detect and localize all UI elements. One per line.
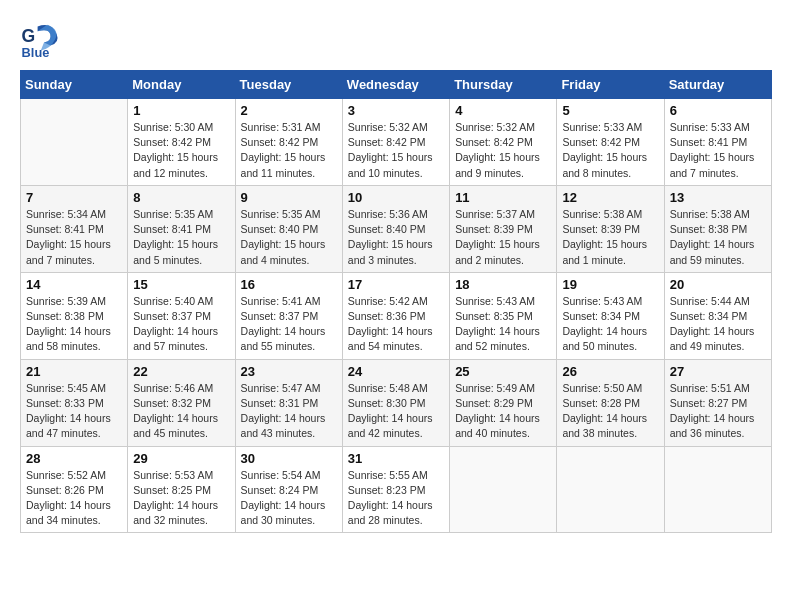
week-row-2: 7Sunrise: 5:34 AM Sunset: 8:41 PM Daylig… bbox=[21, 185, 772, 272]
day-cell: 9Sunrise: 5:35 AM Sunset: 8:40 PM Daylig… bbox=[235, 185, 342, 272]
day-info: Sunrise: 5:30 AM Sunset: 8:42 PM Dayligh… bbox=[133, 120, 229, 181]
day-number: 29 bbox=[133, 451, 229, 466]
day-cell: 1Sunrise: 5:30 AM Sunset: 8:42 PM Daylig… bbox=[128, 99, 235, 186]
day-cell bbox=[557, 446, 664, 533]
day-number: 7 bbox=[26, 190, 122, 205]
day-info: Sunrise: 5:47 AM Sunset: 8:31 PM Dayligh… bbox=[241, 381, 337, 442]
day-number: 11 bbox=[455, 190, 551, 205]
day-info: Sunrise: 5:43 AM Sunset: 8:35 PM Dayligh… bbox=[455, 294, 551, 355]
logo: G Blue bbox=[20, 20, 64, 60]
day-number: 3 bbox=[348, 103, 444, 118]
day-info: Sunrise: 5:32 AM Sunset: 8:42 PM Dayligh… bbox=[348, 120, 444, 181]
header: G Blue bbox=[20, 20, 772, 60]
day-cell: 6Sunrise: 5:33 AM Sunset: 8:41 PM Daylig… bbox=[664, 99, 771, 186]
week-row-1: 1Sunrise: 5:30 AM Sunset: 8:42 PM Daylig… bbox=[21, 99, 772, 186]
day-number: 26 bbox=[562, 364, 658, 379]
day-cell: 18Sunrise: 5:43 AM Sunset: 8:35 PM Dayli… bbox=[450, 272, 557, 359]
weekday-header-thursday: Thursday bbox=[450, 71, 557, 99]
day-cell: 27Sunrise: 5:51 AM Sunset: 8:27 PM Dayli… bbox=[664, 359, 771, 446]
day-cell: 4Sunrise: 5:32 AM Sunset: 8:42 PM Daylig… bbox=[450, 99, 557, 186]
day-info: Sunrise: 5:42 AM Sunset: 8:36 PM Dayligh… bbox=[348, 294, 444, 355]
day-info: Sunrise: 5:40 AM Sunset: 8:37 PM Dayligh… bbox=[133, 294, 229, 355]
weekday-header-row: SundayMondayTuesdayWednesdayThursdayFrid… bbox=[21, 71, 772, 99]
day-info: Sunrise: 5:35 AM Sunset: 8:40 PM Dayligh… bbox=[241, 207, 337, 268]
day-info: Sunrise: 5:41 AM Sunset: 8:37 PM Dayligh… bbox=[241, 294, 337, 355]
svg-text:G: G bbox=[22, 26, 36, 46]
day-info: Sunrise: 5:33 AM Sunset: 8:42 PM Dayligh… bbox=[562, 120, 658, 181]
day-number: 25 bbox=[455, 364, 551, 379]
day-cell: 10Sunrise: 5:36 AM Sunset: 8:40 PM Dayli… bbox=[342, 185, 449, 272]
calendar-table: SundayMondayTuesdayWednesdayThursdayFrid… bbox=[20, 70, 772, 533]
day-cell: 3Sunrise: 5:32 AM Sunset: 8:42 PM Daylig… bbox=[342, 99, 449, 186]
logo-icon: G Blue bbox=[20, 20, 60, 60]
day-cell: 26Sunrise: 5:50 AM Sunset: 8:28 PM Dayli… bbox=[557, 359, 664, 446]
day-cell: 17Sunrise: 5:42 AM Sunset: 8:36 PM Dayli… bbox=[342, 272, 449, 359]
day-cell: 2Sunrise: 5:31 AM Sunset: 8:42 PM Daylig… bbox=[235, 99, 342, 186]
day-info: Sunrise: 5:34 AM Sunset: 8:41 PM Dayligh… bbox=[26, 207, 122, 268]
day-info: Sunrise: 5:44 AM Sunset: 8:34 PM Dayligh… bbox=[670, 294, 766, 355]
week-row-4: 21Sunrise: 5:45 AM Sunset: 8:33 PM Dayli… bbox=[21, 359, 772, 446]
day-cell bbox=[450, 446, 557, 533]
day-info: Sunrise: 5:33 AM Sunset: 8:41 PM Dayligh… bbox=[670, 120, 766, 181]
week-row-5: 28Sunrise: 5:52 AM Sunset: 8:26 PM Dayli… bbox=[21, 446, 772, 533]
day-info: Sunrise: 5:46 AM Sunset: 8:32 PM Dayligh… bbox=[133, 381, 229, 442]
day-info: Sunrise: 5:43 AM Sunset: 8:34 PM Dayligh… bbox=[562, 294, 658, 355]
day-number: 28 bbox=[26, 451, 122, 466]
day-cell: 21Sunrise: 5:45 AM Sunset: 8:33 PM Dayli… bbox=[21, 359, 128, 446]
day-cell: 22Sunrise: 5:46 AM Sunset: 8:32 PM Dayli… bbox=[128, 359, 235, 446]
day-number: 2 bbox=[241, 103, 337, 118]
day-info: Sunrise: 5:48 AM Sunset: 8:30 PM Dayligh… bbox=[348, 381, 444, 442]
day-number: 30 bbox=[241, 451, 337, 466]
day-info: Sunrise: 5:55 AM Sunset: 8:23 PM Dayligh… bbox=[348, 468, 444, 529]
day-number: 6 bbox=[670, 103, 766, 118]
day-number: 5 bbox=[562, 103, 658, 118]
day-number: 23 bbox=[241, 364, 337, 379]
day-cell: 14Sunrise: 5:39 AM Sunset: 8:38 PM Dayli… bbox=[21, 272, 128, 359]
day-info: Sunrise: 5:31 AM Sunset: 8:42 PM Dayligh… bbox=[241, 120, 337, 181]
day-cell bbox=[664, 446, 771, 533]
day-number: 12 bbox=[562, 190, 658, 205]
day-cell: 16Sunrise: 5:41 AM Sunset: 8:37 PM Dayli… bbox=[235, 272, 342, 359]
day-number: 4 bbox=[455, 103, 551, 118]
day-number: 19 bbox=[562, 277, 658, 292]
day-number: 14 bbox=[26, 277, 122, 292]
day-number: 27 bbox=[670, 364, 766, 379]
day-cell: 11Sunrise: 5:37 AM Sunset: 8:39 PM Dayli… bbox=[450, 185, 557, 272]
day-info: Sunrise: 5:53 AM Sunset: 8:25 PM Dayligh… bbox=[133, 468, 229, 529]
weekday-header-saturday: Saturday bbox=[664, 71, 771, 99]
day-cell: 5Sunrise: 5:33 AM Sunset: 8:42 PM Daylig… bbox=[557, 99, 664, 186]
day-info: Sunrise: 5:39 AM Sunset: 8:38 PM Dayligh… bbox=[26, 294, 122, 355]
week-row-3: 14Sunrise: 5:39 AM Sunset: 8:38 PM Dayli… bbox=[21, 272, 772, 359]
day-info: Sunrise: 5:37 AM Sunset: 8:39 PM Dayligh… bbox=[455, 207, 551, 268]
day-cell: 20Sunrise: 5:44 AM Sunset: 8:34 PM Dayli… bbox=[664, 272, 771, 359]
day-cell bbox=[21, 99, 128, 186]
day-number: 15 bbox=[133, 277, 229, 292]
day-number: 10 bbox=[348, 190, 444, 205]
day-cell: 28Sunrise: 5:52 AM Sunset: 8:26 PM Dayli… bbox=[21, 446, 128, 533]
day-number: 16 bbox=[241, 277, 337, 292]
day-cell: 15Sunrise: 5:40 AM Sunset: 8:37 PM Dayli… bbox=[128, 272, 235, 359]
weekday-header-sunday: Sunday bbox=[21, 71, 128, 99]
day-info: Sunrise: 5:50 AM Sunset: 8:28 PM Dayligh… bbox=[562, 381, 658, 442]
day-number: 31 bbox=[348, 451, 444, 466]
day-cell: 24Sunrise: 5:48 AM Sunset: 8:30 PM Dayli… bbox=[342, 359, 449, 446]
day-number: 1 bbox=[133, 103, 229, 118]
day-number: 13 bbox=[670, 190, 766, 205]
day-cell: 31Sunrise: 5:55 AM Sunset: 8:23 PM Dayli… bbox=[342, 446, 449, 533]
day-number: 24 bbox=[348, 364, 444, 379]
day-cell: 29Sunrise: 5:53 AM Sunset: 8:25 PM Dayli… bbox=[128, 446, 235, 533]
weekday-header-tuesday: Tuesday bbox=[235, 71, 342, 99]
day-info: Sunrise: 5:38 AM Sunset: 8:39 PM Dayligh… bbox=[562, 207, 658, 268]
day-cell: 7Sunrise: 5:34 AM Sunset: 8:41 PM Daylig… bbox=[21, 185, 128, 272]
day-info: Sunrise: 5:54 AM Sunset: 8:24 PM Dayligh… bbox=[241, 468, 337, 529]
day-number: 18 bbox=[455, 277, 551, 292]
day-info: Sunrise: 5:35 AM Sunset: 8:41 PM Dayligh… bbox=[133, 207, 229, 268]
day-info: Sunrise: 5:52 AM Sunset: 8:26 PM Dayligh… bbox=[26, 468, 122, 529]
day-cell: 23Sunrise: 5:47 AM Sunset: 8:31 PM Dayli… bbox=[235, 359, 342, 446]
day-cell: 12Sunrise: 5:38 AM Sunset: 8:39 PM Dayli… bbox=[557, 185, 664, 272]
day-number: 17 bbox=[348, 277, 444, 292]
day-info: Sunrise: 5:45 AM Sunset: 8:33 PM Dayligh… bbox=[26, 381, 122, 442]
day-cell: 30Sunrise: 5:54 AM Sunset: 8:24 PM Dayli… bbox=[235, 446, 342, 533]
svg-text:Blue: Blue bbox=[22, 45, 50, 60]
weekday-header-friday: Friday bbox=[557, 71, 664, 99]
